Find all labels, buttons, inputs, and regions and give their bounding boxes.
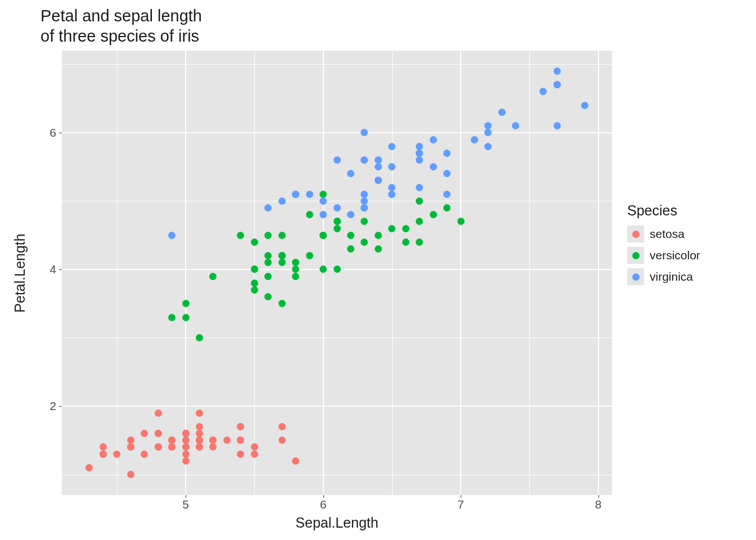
data-point	[168, 314, 176, 321]
data-point	[375, 245, 382, 253]
legend-item: versicolor	[627, 247, 740, 264]
data-point	[320, 211, 327, 218]
data-point	[320, 191, 327, 198]
data-point	[388, 143, 395, 150]
data-point	[347, 170, 354, 177]
data-point	[388, 184, 395, 191]
data-point	[554, 68, 561, 75]
data-point	[278, 197, 286, 205]
x-tick-label: 7	[457, 498, 464, 511]
legend-title: Species	[627, 202, 740, 219]
data-point	[388, 191, 395, 198]
data-point	[416, 143, 423, 150]
data-point	[251, 238, 258, 246]
x-tick-label: 5	[182, 498, 189, 511]
data-point	[416, 184, 423, 191]
legend-item: setosa	[627, 226, 740, 242]
data-point	[155, 430, 162, 437]
data-point	[430, 163, 437, 170]
data-point	[196, 430, 203, 437]
data-point	[182, 300, 190, 307]
gridline-major-h	[62, 406, 612, 407]
data-point	[182, 430, 190, 437]
data-point	[416, 156, 423, 164]
data-point	[347, 245, 354, 253]
data-point	[209, 443, 217, 451]
data-point	[168, 232, 176, 239]
gridline-minor-h	[62, 201, 612, 201]
legend-label: virginica	[650, 270, 693, 284]
y-tick-dash	[59, 269, 62, 270]
data-point	[251, 280, 258, 287]
data-point	[237, 423, 244, 430]
gridline-minor-v	[392, 51, 393, 495]
data-point	[278, 300, 286, 307]
data-point	[278, 232, 286, 239]
data-point	[471, 136, 478, 143]
data-point	[223, 436, 231, 444]
legend-dot-icon	[632, 252, 640, 259]
data-point	[264, 259, 272, 266]
y-tick-dash	[59, 133, 62, 133]
data-point	[512, 122, 519, 129]
data-point	[402, 225, 410, 232]
data-point	[264, 252, 272, 259]
gridline-minor-h	[62, 475, 612, 475]
data-point	[554, 122, 561, 129]
data-point	[168, 443, 176, 451]
data-point	[306, 211, 313, 218]
y-tick-label: 6	[39, 126, 56, 140]
data-point	[264, 204, 272, 212]
data-point	[86, 464, 93, 471]
data-point	[182, 436, 190, 444]
gridline-major-v	[598, 51, 599, 495]
data-point	[498, 109, 506, 116]
data-point	[334, 156, 341, 164]
data-point	[375, 163, 382, 170]
data-point	[182, 314, 190, 321]
data-point	[127, 443, 134, 451]
data-point	[168, 436, 176, 444]
data-point	[581, 102, 588, 109]
data-point	[361, 197, 368, 205]
data-point	[237, 451, 244, 458]
data-point	[334, 266, 341, 273]
data-point	[100, 451, 107, 458]
data-point	[196, 436, 203, 444]
data-point	[196, 410, 203, 417]
data-point	[237, 436, 244, 444]
data-point	[484, 122, 492, 129]
data-point	[127, 436, 134, 444]
data-point	[430, 136, 437, 143]
data-point	[554, 81, 561, 88]
data-point	[292, 259, 299, 266]
chart-container: Petal and sepal length of three species …	[0, 0, 756, 540]
data-point	[375, 232, 382, 239]
legend-dot-icon	[632, 273, 640, 281]
y-tick-label: 4	[39, 263, 56, 276]
data-point	[443, 204, 451, 212]
plot-panel	[62, 51, 612, 495]
data-point	[278, 423, 286, 430]
x-axis-label: Sepal.Length	[62, 515, 612, 531]
data-point	[320, 197, 327, 205]
y-tick-dash	[59, 406, 62, 407]
data-point	[182, 443, 190, 451]
data-point	[278, 252, 286, 259]
data-point	[127, 471, 134, 478]
data-point	[292, 457, 299, 465]
data-point	[196, 443, 203, 451]
data-point	[278, 436, 286, 444]
gridline-minor-h	[62, 64, 612, 65]
data-point	[334, 204, 341, 212]
data-point	[361, 204, 368, 212]
gridline-minor-v	[117, 51, 118, 495]
legend-key	[627, 247, 644, 264]
data-point	[334, 218, 341, 225]
gridline-major-v	[185, 51, 186, 495]
data-point	[416, 218, 423, 225]
data-point	[251, 266, 258, 273]
x-tick-label: 8	[595, 498, 602, 511]
data-point	[484, 129, 492, 136]
data-point	[457, 218, 465, 225]
